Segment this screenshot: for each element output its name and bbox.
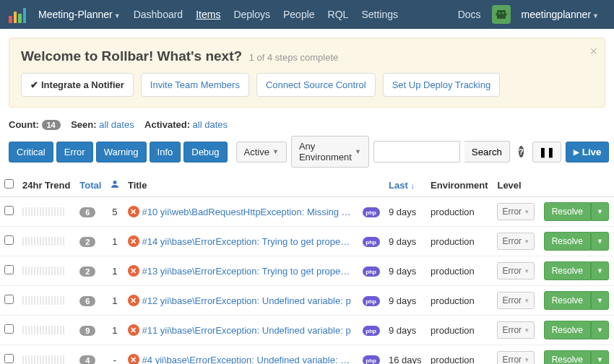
row-checkbox[interactable] [4, 235, 14, 245]
resolve-button[interactable]: Resolve [544, 261, 591, 280]
rollbar-logo[interactable] [9, 6, 26, 23]
row-checkbox[interactable] [4, 354, 14, 363]
user-avatar[interactable] [492, 5, 511, 24]
environment: production [426, 227, 493, 256]
search-input[interactable] [373, 141, 460, 162]
environment: production [426, 197, 493, 227]
onboarding-title: Welcome to Rollbar! What's next? [21, 48, 242, 64]
nav-settings[interactable]: Settings [355, 1, 405, 27]
docs-link[interactable]: Docs [451, 1, 488, 27]
resolve-dropdown[interactable]: ▼ [591, 232, 609, 251]
live-button[interactable]: ▶Live [566, 142, 610, 162]
level-dropdown[interactable]: Error ▼ [497, 321, 535, 339]
svg-rect-2 [502, 12, 503, 14]
onboard-step[interactable]: Connect Source Control [256, 73, 376, 97]
project-selector[interactable]: Meeting-Planner▼ [32, 1, 127, 27]
col-trend: 24hr Trend [18, 173, 75, 197]
unique-count: 1 [106, 286, 124, 316]
col-total[interactable]: Total [75, 173, 106, 197]
table-row: 21✕ #13 yii\base\ErrorException: Trying … [0, 256, 614, 286]
error-icon: ✕ [128, 324, 139, 336]
activated-filter[interactable]: all dates [193, 119, 228, 130]
total-badge: 4 [79, 355, 95, 365]
search-button[interactable]: Search [464, 141, 510, 162]
col-unique-users[interactable] [106, 173, 124, 197]
trend-sparkline [22, 207, 66, 216]
level-dropdown[interactable]: Error ▼ [497, 203, 535, 220]
col-level: Level [493, 173, 539, 197]
status-dropdown[interactable]: Active▼ [236, 142, 287, 162]
level-debug-button[interactable]: Debug [183, 142, 227, 162]
svg-rect-4 [506, 14, 507, 16]
nav-deploys[interactable]: Deploys [227, 1, 277, 27]
select-all-checkbox[interactable] [4, 179, 14, 188]
total-badge: 6 [79, 296, 95, 306]
level-critical-button[interactable]: Critical [9, 142, 53, 162]
help-icon[interactable]: ? [519, 146, 524, 157]
col-last[interactable]: Last ↓ [384, 173, 426, 197]
seen-filter[interactable]: all dates [99, 119, 134, 130]
language-badge: php [363, 296, 380, 306]
pause-button[interactable]: ❚❚ [532, 142, 561, 162]
level-warning-button[interactable]: Warning [96, 142, 147, 162]
item-title-link[interactable]: #10 yii\web\BadRequestHttpException: Mis… [142, 207, 352, 217]
table-row: 21✕ #14 yii\base\ErrorException: Trying … [0, 227, 614, 256]
sort-down-icon: ↓ [410, 181, 415, 190]
onboard-step[interactable]: Set Up Deploy Tracking [383, 73, 501, 97]
row-checkbox[interactable] [4, 295, 14, 304]
resolve-button[interactable]: Resolve [544, 321, 591, 339]
count-badge: 14 [42, 120, 61, 130]
item-title-link[interactable]: #14 yii\base\ErrorException: Trying to g… [142, 236, 352, 247]
item-title-link[interactable]: #11 yii\base\ErrorException: Undefined v… [142, 325, 351, 336]
level-dropdown[interactable]: Error ▼ [497, 292, 535, 309]
table-row: 65✕ #10 yii\web\BadRequestHttpException:… [0, 197, 614, 227]
trend-sparkline [22, 237, 66, 246]
last-seen: 9 days [384, 316, 426, 345]
item-title-link[interactable]: #13 yii\base\ErrorException: Trying to g… [142, 266, 352, 277]
level-info-button[interactable]: Info [150, 142, 181, 162]
trend-sparkline [22, 296, 66, 305]
user-menu[interactable]: meetingplanner▼ [515, 1, 605, 27]
unique-count: 1 [106, 227, 124, 256]
level-error-button[interactable]: Error [56, 142, 93, 162]
level-dropdown[interactable]: Error ▼ [497, 233, 535, 250]
unique-count: 1 [106, 316, 124, 345]
item-title-link[interactable]: #4 yii\base\ErrorException: Undefined va… [142, 355, 352, 364]
resolve-dropdown[interactable]: ▼ [591, 291, 609, 310]
level-dropdown[interactable]: Error ▼ [497, 262, 535, 280]
resolve-button[interactable]: Resolve [544, 291, 591, 310]
close-icon[interactable]: × [589, 44, 597, 59]
error-icon: ✕ [128, 354, 139, 364]
onboard-step[interactable]: ✔Integrate a Notifier [21, 73, 134, 97]
nav-people[interactable]: People [277, 1, 321, 27]
resolve-dropdown[interactable]: ▼ [591, 261, 609, 280]
row-checkbox[interactable] [4, 324, 14, 334]
error-icon: ✕ [128, 295, 139, 306]
nav-rql[interactable]: RQL [321, 1, 355, 27]
trend-sparkline [22, 355, 66, 364]
language-badge: php [363, 355, 380, 364]
resolve-button[interactable]: Resolve [544, 202, 591, 221]
row-checkbox[interactable] [4, 265, 14, 274]
resolve-dropdown[interactable]: ▼ [591, 202, 609, 221]
item-title-link[interactable]: #12 yii\base\ErrorException: Undefined v… [142, 295, 351, 306]
resolve-dropdown[interactable]: ▼ [591, 350, 609, 364]
last-seen: 9 days [384, 286, 426, 316]
environment: production [426, 256, 493, 286]
svg-rect-0 [497, 10, 506, 19]
last-seen: 9 days [384, 227, 426, 256]
environment-dropdown[interactable]: Any Environment▼ [291, 136, 369, 168]
resolve-button[interactable]: Resolve [544, 350, 591, 364]
onboard-step[interactable]: Invite Team Members [141, 73, 249, 97]
level-dropdown[interactable]: Error ▼ [497, 351, 535, 364]
language-badge: php [363, 207, 380, 217]
nav-dashboard[interactable]: Dashboard [127, 1, 190, 27]
resolve-dropdown[interactable]: ▼ [591, 321, 609, 339]
resolve-button[interactable]: Resolve [544, 232, 591, 251]
total-badge: 2 [79, 237, 95, 247]
onboarding-progress: 1 of 4 steps complete [249, 52, 339, 63]
nav-items[interactable]: Items [189, 1, 227, 27]
row-checkbox[interactable] [4, 206, 14, 215]
svg-rect-1 [498, 12, 500, 14]
last-seen: 9 days [384, 197, 426, 227]
